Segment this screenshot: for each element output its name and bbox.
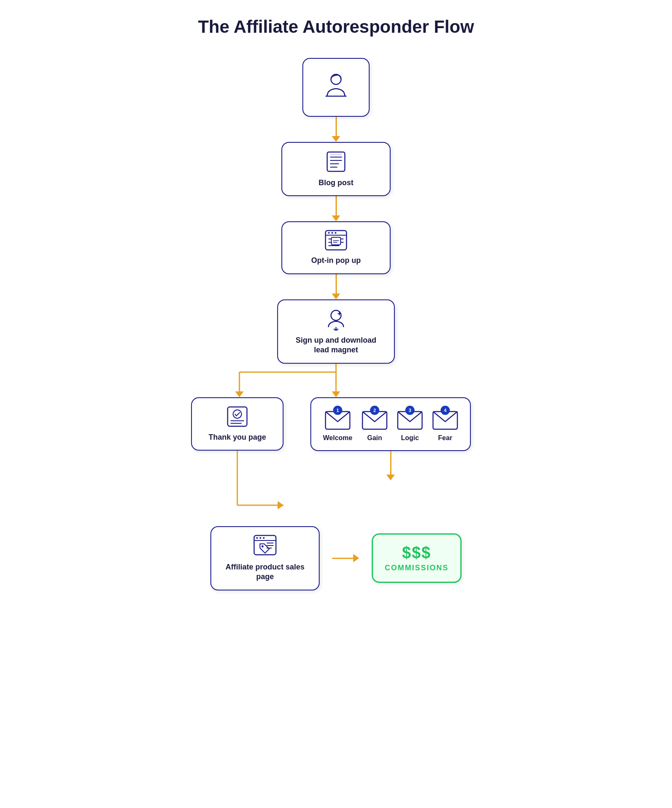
svg-marker-26 xyxy=(235,391,244,397)
opt-in-node: Opt-in pop up xyxy=(281,221,391,274)
svg-point-10 xyxy=(328,232,330,234)
badge-3: 3 xyxy=(405,406,415,415)
commission-label: COMMISSIONS xyxy=(385,564,449,572)
branch-container: Thank you page 1 xyxy=(189,397,483,526)
svg-point-44 xyxy=(263,537,265,539)
affiliate-product-node: Affiliate product sales page xyxy=(210,526,320,590)
envelope-fear: 4 xyxy=(432,408,458,432)
arrow-email-to-affiliate xyxy=(386,451,395,480)
person-node xyxy=(302,58,370,117)
envelope-welcome: 1 xyxy=(325,408,351,432)
gain-label: Gain xyxy=(367,434,382,442)
email-logic: 3 Logic xyxy=(397,408,423,442)
sign-up-label: Sign up and download lead magnet xyxy=(288,336,384,355)
svg-point-42 xyxy=(256,537,258,539)
thank-you-node: Thank you page xyxy=(191,397,284,451)
envelope-logic: 3 xyxy=(397,408,423,432)
email-gain: 2 Gain xyxy=(362,408,388,442)
left-branch: Thank you page xyxy=(189,397,286,526)
welcome-label: Welcome xyxy=(323,434,352,442)
blog-post-node: Blog post xyxy=(281,142,391,196)
thank-you-label: Thank you page xyxy=(208,433,266,442)
svg-point-12 xyxy=(335,232,336,234)
affiliate-icon xyxy=(253,535,277,557)
commissions-box: $$$ COMMISSIONS xyxy=(372,533,462,583)
email-fear: 4 Fear xyxy=(432,408,458,442)
blog-icon xyxy=(325,150,347,173)
thankyou-icon xyxy=(226,406,248,428)
arrow-optin-to-signup xyxy=(332,274,340,299)
svg-point-45 xyxy=(261,545,263,547)
svg-rect-7 xyxy=(330,154,342,155)
commission-dollars: $$$ xyxy=(402,544,431,562)
svg-point-43 xyxy=(260,537,261,539)
envelope-gain: 2 xyxy=(362,408,388,432)
svg-rect-16 xyxy=(331,237,341,245)
right-branch: 1 Welcome 2 xyxy=(298,397,483,480)
badge-4: 4 xyxy=(441,406,450,415)
sign-up-node: Sign up and download lead magnet xyxy=(277,299,395,364)
sales-row: Affiliate product sales page $$$ COMMISS… xyxy=(210,526,462,590)
opt-in-label: Opt-in pop up xyxy=(311,256,361,265)
branch-arrows xyxy=(189,364,483,397)
fear-label: Fear xyxy=(438,434,452,442)
arrow-blog-to-optin xyxy=(332,196,340,221)
svg-marker-35 xyxy=(278,501,284,509)
svg-marker-28 xyxy=(332,391,340,397)
svg-point-30 xyxy=(233,410,242,418)
badge-1: 1 xyxy=(333,406,342,415)
badge-2: 2 xyxy=(370,406,379,415)
page-container: The Affiliate Autoresponder Flow xyxy=(126,0,546,616)
optin-icon xyxy=(325,230,347,251)
signup-icon xyxy=(324,308,348,331)
email-items: 1 Welcome 2 xyxy=(323,408,458,442)
arrow-person-to-blog xyxy=(332,117,340,142)
email-sequence-box: 1 Welcome 2 xyxy=(310,397,471,451)
page-title: The Affiliate Autoresponder Flow xyxy=(198,17,474,37)
logic-label: Logic xyxy=(401,434,419,442)
blog-post-label: Blog post xyxy=(319,178,354,188)
email-welcome: 1 Welcome xyxy=(323,408,352,442)
svg-point-11 xyxy=(331,232,333,234)
affiliate-product-label: Affiliate product sales page xyxy=(221,562,309,582)
thankyou-to-sales-arrow xyxy=(191,451,284,526)
arrow-to-commissions xyxy=(332,554,359,562)
person-icon xyxy=(321,72,351,101)
